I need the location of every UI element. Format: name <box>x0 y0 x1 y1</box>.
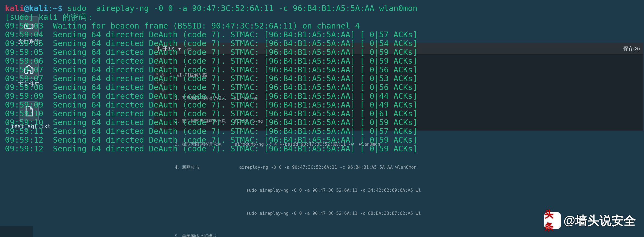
terminal-line: 09:59:09 Sending 64 directed DeAuth (cod… <box>5 100 639 109</box>
prompt-dollar: $ <box>58 4 62 13</box>
sudo-prompt: [sudo] kali 的密码： <box>5 13 639 21</box>
terminal-line: 09:59:10 Sending 64 directed DeAuth (cod… <box>5 109 639 118</box>
terminal-line: 09:59:12 Sending 64 directed DeAuth (cod… <box>5 136 639 144</box>
prompt-colon: : <box>48 4 53 13</box>
prompt-path: ~ <box>53 4 58 13</box>
terminal-line: 09:59:07 Sending 64 directed DeAuth (cod… <box>5 65 639 74</box>
terminal-line: 09:59:04 Sending 64 directed DeAuth (cod… <box>5 30 639 39</box>
terminal-line: 09:59:08 Sending 64 directed DeAuth (cod… <box>5 83 639 92</box>
prompt-user: kali <box>5 4 24 13</box>
command-text: sudo aireplay-ng -0 0 -a 90:47:3C:52:6A:… <box>63 4 418 13</box>
watermark: 头条 @墙头说安全 <box>544 212 636 229</box>
watermark-logo-icon: 头条 <box>544 212 561 229</box>
prompt-host: kali <box>29 4 48 13</box>
terminal-line: 09:59:09 Sending 64 directed DeAuth (cod… <box>5 92 639 100</box>
prompt-at: @ <box>24 4 29 13</box>
prompt-line: kali@kali:~$ sudo aireplay-ng -0 0 -a 90… <box>5 4 639 13</box>
terminal[interactable]: kali@kali:~$ sudo aireplay-ng -0 0 -a 90… <box>0 0 644 237</box>
terminal-line: 09:59:06 Sending 64 directed DeAuth (cod… <box>5 57 639 65</box>
terminal-line: 09:59:03 Waiting for beacon frame (BSSID… <box>5 21 639 30</box>
terminal-line: 09:59:12 Sending 64 directed DeAuth (cod… <box>5 144 639 153</box>
terminal-line: 09:59:05 Sending 64 directed DeAuth (cod… <box>5 39 639 48</box>
terminal-line: 09:59:11 Sending 64 directed DeAuth (cod… <box>5 127 639 136</box>
terminal-line: 09:59:07 Sending 64 directed DeAuth (cod… <box>5 74 639 83</box>
terminal-line: 09:59:05 Sending 64 directed DeAuth (cod… <box>5 48 639 57</box>
watermark-text: @墙头说安全 <box>564 213 636 229</box>
terminal-line: 09:59:10 Sending 64 directed DeAuth (cod… <box>5 118 639 127</box>
